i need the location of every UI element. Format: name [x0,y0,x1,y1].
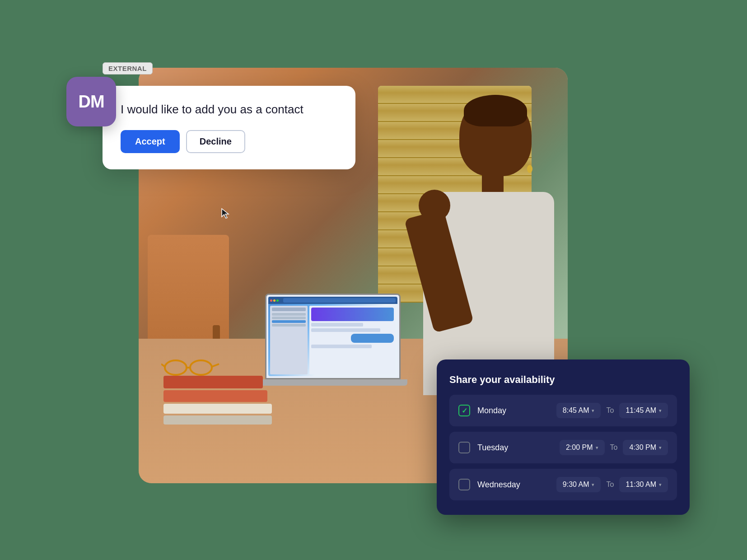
availability-row-tuesday: Tuesday 2:00 PM ▾ To 4:30 PM ▾ [449,432,677,463]
availability-title: Share your availability [449,374,677,386]
person-hand [419,190,450,221]
monday-label: Monday [477,406,523,415]
contact-dialog: I would like to add you as a contact Acc… [103,86,355,169]
svg-point-0 [165,360,187,375]
tuesday-to-value: 4:30 PM [629,443,656,452]
book-3 [163,404,272,414]
wednesday-label: Wednesday [477,480,523,490]
tuesday-time-selector: 2:00 PM ▾ To 4:30 PM ▾ [560,440,668,455]
book-4 [163,415,272,425]
monday-from-value: 8:45 AM [563,406,589,415]
tuesday-label: Tuesday [477,443,523,453]
tuesday-checkbox[interactable] [458,442,470,453]
chevron-down-icon: ▾ [659,482,662,488]
sidebar-item [272,308,306,311]
dm-avatar: DM [66,77,116,126]
check-icon: ✓ [462,406,467,415]
screen-dot-yellow [273,299,275,302]
wednesday-time-selector: 9:30 AM ▾ To 11:30 AM ▾ [556,477,668,492]
earring [527,165,532,173]
person-head [459,95,532,176]
monday-time-selector: 8:45 AM ▾ To 11:45 AM ▾ [556,403,668,418]
monday-to-time[interactable]: 11:45 AM ▾ [619,403,668,418]
chevron-down-icon: ▾ [592,482,594,488]
screen-sidebar [270,306,308,374]
availability-panel: Share your availability ✓ Monday 8:45 AM… [437,359,690,515]
tuesday-to-time[interactable]: 4:30 PM ▾ [623,440,668,455]
monday-from-time[interactable]: 8:45 AM ▾ [556,403,601,418]
external-label: EXTERNAL [108,65,147,72]
svg-line-3 [161,364,165,367]
monday-checkbox[interactable]: ✓ [458,405,470,416]
chevron-down-icon: ▾ [659,408,662,414]
sidebar-item [272,317,306,319]
sidebar-item [272,324,306,327]
to-separator: To [606,406,614,415]
chevron-down-icon: ▾ [659,445,662,451]
availability-row-wednesday: Wednesday 9:30 AM ▾ To 11:30 AM ▾ [449,469,677,500]
person-hair [464,95,527,126]
mouse-cursor [221,208,230,219]
dialog-message: I would like to add you as a contact [121,102,337,117]
wednesday-checkbox[interactable] [458,479,470,490]
wednesday-from-value: 9:30 AM [563,481,589,489]
sidebar-item-active [272,320,306,323]
tuesday-from-value: 2:00 PM [566,443,593,452]
dialog-buttons: Accept Decline [121,130,337,153]
external-badge: EXTERNAL [103,62,153,75]
monday-to-value: 11:45 AM [626,406,656,415]
screen-dot-red [270,299,272,302]
glasses [161,355,220,379]
screen-dot-green [276,299,279,302]
tuesday-from-time[interactable]: 2:00 PM ▾ [560,440,605,455]
availability-row-monday: ✓ Monday 8:45 AM ▾ To 11:45 AM ▾ [449,395,677,426]
decline-button[interactable]: Decline [186,130,245,153]
book-2 [163,390,267,402]
wednesday-from-time[interactable]: 9:30 AM ▾ [556,477,601,492]
to-separator: To [610,443,618,452]
accept-button[interactable]: Accept [121,130,180,153]
wednesday-to-time[interactable]: 11:30 AM ▾ [619,477,668,492]
svg-line-4 [212,364,219,367]
to-separator: To [606,481,614,489]
scene-container: DM EXTERNAL I would like to add you as a… [57,32,690,528]
books-stack [163,376,272,425]
sidebar-item [272,313,306,316]
avatar-initials: DM [78,92,104,112]
chevron-down-icon: ▾ [596,445,598,451]
svg-point-1 [190,360,212,375]
chevron-down-icon: ▾ [592,408,594,414]
wednesday-to-value: 11:30 AM [626,481,656,489]
